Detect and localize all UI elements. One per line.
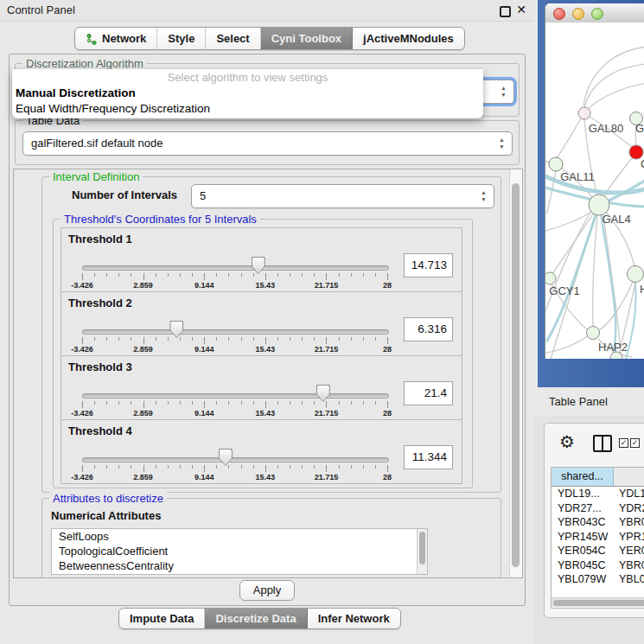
slider-tick-mark	[180, 273, 181, 277]
table-data-combobox[interactable]: galFiltered.sif default node ▲▼	[22, 131, 513, 156]
slider-track[interactable]	[82, 329, 389, 335]
tab-discretize-data-label: Discretize Data	[215, 612, 296, 625]
slider-tick-mark	[156, 401, 156, 405]
list-scrollbar[interactable]	[417, 529, 427, 574]
network-node[interactable]	[628, 266, 644, 283]
table-row[interactable]: YDL19...YDL19...	[552, 487, 644, 501]
attribute-list-item[interactable]: BetweennessCentrality	[52, 558, 427, 573]
column-header-name[interactable]: na	[614, 468, 644, 486]
table-row[interactable]: YLR345WYLR345W	[552, 587, 644, 590]
split-view-icon[interactable]	[593, 435, 612, 452]
cyni-main-panel: Discretization Algorithm ▲▼ Table Data g…	[9, 54, 526, 606]
tab-network[interactable]: Network	[75, 28, 157, 49]
table-cell-name: YDL19...	[613, 487, 644, 501]
slider-tick-mark	[277, 273, 278, 277]
vertical-scrollbar[interactable]	[509, 169, 522, 577]
dropdown-option-manual[interactable]: Manual Discretization	[12, 86, 483, 101]
slider-thumb[interactable]	[169, 321, 183, 338]
gear-icon[interactable]: ⚙	[559, 431, 575, 452]
table-row[interactable]: YBR045CYBR045C	[552, 558, 644, 573]
column-header-shared-name[interactable]: shared...	[552, 468, 614, 486]
network-node-label: H	[640, 283, 644, 296]
horizontal-scrollbar[interactable]	[552, 597, 644, 607]
zoom-traffic-light-icon[interactable]	[591, 8, 603, 20]
interval-definition-title: Interval Definition	[49, 170, 143, 183]
tab-discretize-data[interactable]: Discretize Data	[205, 609, 307, 628]
table-row[interactable]: YBR043CYBR043C	[552, 515, 644, 530]
checkbox-icon[interactable]: ✓	[630, 438, 640, 448]
table-row[interactable]: YER054CYER054C	[552, 544, 644, 558]
tab-impute-data[interactable]: Impute Data	[119, 609, 205, 628]
slider-tick-mark	[216, 465, 217, 469]
tab-infer-network[interactable]: Infer Network	[308, 609, 400, 628]
slider-track[interactable]	[82, 393, 389, 399]
slider-tick-mark	[387, 401, 388, 408]
network-node[interactable]	[578, 107, 590, 119]
table-cell-shared-name: YPR145W	[552, 530, 613, 545]
table-panel-body: ⚙ ✓ ✓ shared... na YDL19...YDL19...YDR27…	[533, 416, 644, 644]
close-traffic-light-icon[interactable]	[553, 8, 565, 20]
slider-tick-mark	[156, 465, 156, 469]
checkbox-icon[interactable]: ✓	[619, 438, 628, 448]
slider-thumb[interactable]	[219, 449, 233, 466]
tab-jactivemnodules[interactable]: jActiveMNodules	[353, 28, 464, 49]
slider-tick-mark	[168, 401, 169, 405]
algorithm-dropdown-popup: Select algorithm to view settings Manual…	[12, 69, 483, 118]
slider-tick-mark	[204, 273, 205, 280]
table-row[interactable]: YDR27...YDR27...	[552, 501, 644, 516]
tab-select[interactable]: Select	[206, 28, 260, 49]
threshold-value-field[interactable]: 6.316	[404, 317, 453, 341]
slider-thumb[interactable]	[252, 257, 265, 274]
numerical-attributes-label: Numerical Attributes	[51, 509, 161, 522]
slider-thumb-face	[252, 258, 265, 273]
dropdown-placeholder-item[interactable]: Select algorithm to view settings	[12, 69, 483, 86]
slider-tick-label: 15.43	[256, 345, 276, 354]
slider-tick-mark	[302, 465, 303, 469]
slider-track[interactable]	[82, 457, 389, 462]
threshold-panel: Threshold 1-3.4262.8599.14415.4321.71528…	[61, 227, 462, 292]
tab-cyni-toolbox[interactable]: Cyni Toolbox	[261, 28, 353, 49]
attribute-list-item[interactable]: SelfLoops	[52, 529, 427, 544]
scrollbar-thumb[interactable]	[419, 532, 425, 564]
scrollbar-thumb[interactable]	[512, 183, 520, 567]
slider-tick-mark	[94, 337, 95, 341]
table-rows: YDL19...YDL19...YDR27...YDR27...YBR043CY…	[552, 487, 644, 589]
number-of-intervals-label: Number of Intervals	[72, 188, 177, 201]
slider-tick-mark	[351, 337, 352, 341]
slider-thumb-face	[317, 386, 329, 401]
network-node[interactable]	[545, 272, 556, 284]
threshold-panel: Threshold 3-3.4262.8599.14415.4321.71528…	[61, 355, 462, 420]
slider-track[interactable]	[82, 265, 389, 271]
apply-button[interactable]: Apply	[239, 580, 295, 601]
network-canvas[interactable]: GAL80GCGAL11GAL4GCY1HHAP2	[545, 22, 644, 359]
table-row[interactable]: YBL079WYBL079W	[552, 572, 644, 587]
threshold-value-field[interactable]: 11.344	[404, 445, 453, 469]
close-icon[interactable]: ✕	[516, 3, 526, 16]
float-window-icon[interactable]	[500, 6, 511, 17]
attribute-list-item[interactable]: TopologicalCoefficient	[52, 544, 427, 558]
settings-scrollpane: Interval Definition Number of Intervals …	[13, 169, 523, 578]
table-row[interactable]: YPR145WYPR145W	[552, 530, 644, 545]
tab-style[interactable]: Style	[157, 28, 206, 49]
combo-stepper-icon: ▲▼	[480, 189, 488, 203]
scrollbar-thumb[interactable]	[553, 600, 644, 606]
number-of-intervals-combobox[interactable]: 5 ▲▼	[191, 184, 494, 208]
table-cell-name: YBR045C	[613, 558, 644, 573]
dropdown-option-equal-width[interactable]: Equal Width/Frequency Discretization	[12, 101, 483, 117]
slider-tick-mark	[118, 401, 119, 405]
slider-tick-label: 9.144	[194, 345, 214, 354]
slider-tick-mark	[375, 401, 376, 405]
slider-tick-mark	[277, 337, 278, 341]
slider-tick-mark	[363, 337, 364, 341]
slider-tick-mark	[290, 337, 290, 341]
slider-tick-mark	[180, 465, 181, 469]
network-node[interactable]	[587, 327, 600, 340]
network-window-titlebar[interactable]	[545, 3, 644, 23]
threshold-value-field[interactable]: 14.713	[404, 253, 453, 277]
minimize-traffic-light-icon[interactable]	[572, 8, 584, 20]
network-node[interactable]	[549, 157, 563, 171]
attributes-group-title: Attributes to discretize	[49, 492, 167, 505]
slider-thumb-face	[170, 322, 182, 337]
slider-thumb[interactable]	[316, 385, 330, 402]
threshold-value-field[interactable]: 21.4	[404, 381, 453, 405]
